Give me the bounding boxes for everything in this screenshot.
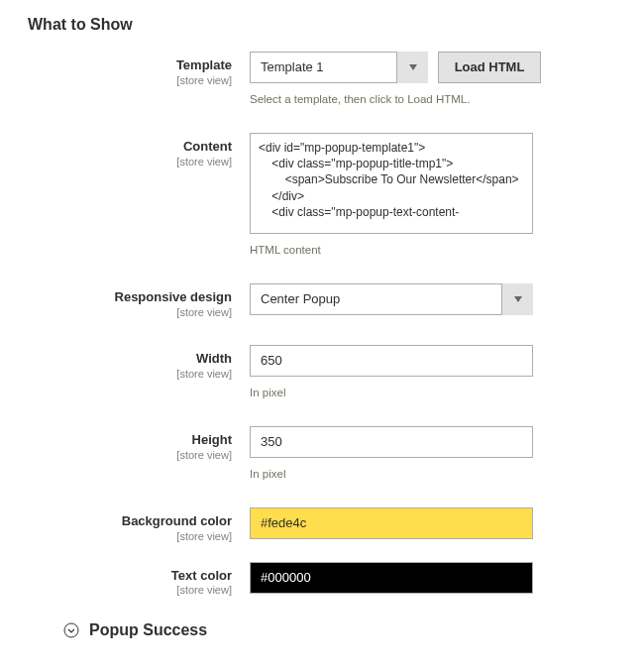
svg-point-0 — [64, 623, 78, 637]
width-input[interactable]: 650 — [250, 345, 533, 377]
label-text: Background color — [0, 513, 232, 530]
field-bgcolor: Background color [store view] #fede4c — [0, 507, 644, 543]
label-width: Width [store view] — [0, 345, 250, 381]
template-select-wrap: Template 1 — [250, 52, 428, 83]
content-textarea[interactable]: <div id="mp-popup-template1"> <div class… — [250, 133, 533, 234]
chevron-down-icon — [501, 283, 533, 315]
height-input[interactable]: 350 — [250, 426, 533, 458]
label-text: Template — [0, 57, 232, 74]
label-text: Content — [0, 139, 232, 156]
textcolor-input[interactable]: #000000 — [250, 562, 533, 594]
popup-success-section[interactable]: Popup Success — [0, 612, 644, 639]
label-text: Responsive design — [0, 289, 232, 306]
label-scope: [store view] — [0, 449, 232, 462]
label-scope: [store view] — [0, 306, 232, 319]
label-text: Height — [0, 432, 232, 449]
popup-success-title: Popup Success — [89, 621, 207, 639]
label-scope: [store view] — [0, 156, 232, 168]
template-hint: Select a template, then click to Load HT… — [250, 91, 587, 107]
field-content: Content [store view] <div id="mp-popup-t… — [0, 133, 644, 258]
label-text: Width — [0, 351, 232, 368]
label-bgcolor: Background color [store view] — [0, 507, 250, 543]
label-scope: [store view] — [0, 368, 232, 381]
label-template: Template [store view] — [0, 52, 250, 87]
bgcolor-input[interactable]: #fede4c — [250, 507, 533, 539]
label-responsive: Responsive design [store view] — [0, 283, 250, 319]
label-height: Height [store view] — [0, 426, 250, 462]
width-hint: In pixel — [250, 385, 587, 400]
label-scope: [store view] — [0, 74, 232, 87]
content-hint: HTML content — [250, 242, 587, 258]
height-hint: In pixel — [250, 466, 587, 482]
label-scope: [store view] — [0, 530, 232, 543]
responsive-select[interactable]: Center Popup — [250, 283, 533, 315]
responsive-select-wrap: Center Popup — [250, 283, 533, 315]
field-responsive: Responsive design [store view] Center Po… — [0, 283, 644, 319]
field-height: Height [store view] 350 In pixel — [0, 426, 644, 482]
field-template: Template [store view] Template 1 Load HT… — [0, 52, 644, 107]
chevron-down-icon — [396, 52, 428, 83]
section-title: What to Show — [0, 0, 644, 52]
label-scope: [store view] — [0, 584, 232, 597]
label-textcolor: Text color [store view] — [0, 562, 250, 598]
label-text: Text color — [0, 568, 232, 585]
field-textcolor: Text color [store view] #000000 — [0, 562, 644, 598]
field-width: Width [store view] 650 In pixel — [0, 345, 644, 400]
chevron-circle-down-icon — [63, 622, 79, 638]
label-content: Content [store view] — [0, 133, 250, 168]
load-html-button[interactable]: Load HTML — [438, 52, 542, 83]
